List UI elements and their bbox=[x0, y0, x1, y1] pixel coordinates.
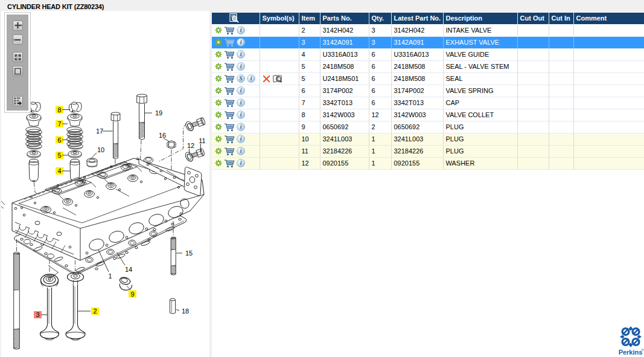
svg-text:i: i bbox=[240, 27, 242, 33]
svg-text:2: 2 bbox=[93, 307, 97, 315]
svg-text:7: 7 bbox=[57, 120, 61, 127]
svg-text:3: 3 bbox=[36, 311, 39, 318]
svg-text:i: i bbox=[240, 148, 242, 154]
svg-text:11: 11 bbox=[199, 137, 205, 144]
svg-text:i: i bbox=[240, 88, 242, 94]
svg-text:i: i bbox=[240, 112, 242, 118]
svg-text:4: 4 bbox=[57, 167, 61, 175]
svg-text:i: i bbox=[240, 160, 242, 166]
svg-text:10: 10 bbox=[97, 146, 104, 153]
svg-text:18: 18 bbox=[182, 307, 189, 315]
svg-text:19: 19 bbox=[155, 109, 162, 117]
svg-text:1: 1 bbox=[108, 272, 112, 280]
svg-text:i: i bbox=[250, 76, 252, 82]
svg-text:i: i bbox=[240, 136, 242, 142]
svg-text:i: i bbox=[240, 63, 242, 69]
svg-text:9: 9 bbox=[130, 291, 134, 298]
svg-text:15: 15 bbox=[185, 249, 193, 257]
svg-text:8: 8 bbox=[57, 106, 61, 114]
svg-text:S: S bbox=[239, 76, 242, 82]
svg-text:14: 14 bbox=[125, 266, 132, 273]
svg-text:i: i bbox=[240, 51, 242, 57]
svg-text:12: 12 bbox=[187, 142, 194, 149]
svg-text:i: i bbox=[240, 124, 242, 130]
svg-text:17: 17 bbox=[96, 127, 103, 135]
svg-text:i: i bbox=[240, 100, 242, 106]
svg-text:5: 5 bbox=[57, 152, 61, 159]
svg-text:16: 16 bbox=[159, 132, 166, 139]
svg-text:Perkins: Perkins bbox=[619, 349, 643, 356]
svg-text:i: i bbox=[240, 39, 242, 45]
svg-text:6: 6 bbox=[57, 137, 61, 144]
